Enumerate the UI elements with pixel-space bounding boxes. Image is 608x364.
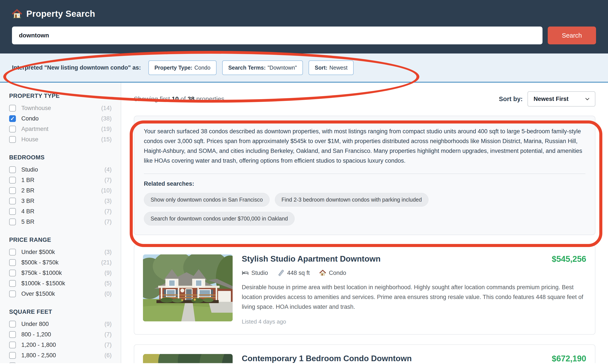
filter-option-house[interactable]: House (15) [9, 134, 112, 145]
filter-label[interactable]: Condo [21, 115, 39, 122]
checkbox-icon[interactable] [9, 290, 16, 297]
checkbox-icon[interactable] [9, 187, 16, 194]
filter-option-apartment[interactable]: Apartment (19) [9, 124, 112, 134]
filter-option-studio[interactable]: Studio (4) [9, 164, 112, 175]
interpretation-chip-search-terms: Search Terms: "Downtown" [222, 60, 303, 75]
filter-option-500k-750k[interactable]: $500k - $750k (21) [9, 257, 112, 268]
checkbox-icon[interactable] [9, 363, 16, 363]
filter-label[interactable]: 4 BR [21, 208, 34, 215]
filter-label[interactable]: Over $1500k [21, 290, 55, 297]
filter-label[interactable]: Under 800 [21, 321, 49, 327]
checkbox-icon[interactable] [9, 321, 16, 327]
property-card-body: Stylish Studio Apartment Downtown $545,2… [242, 254, 586, 325]
sort-selected-value: Newest First [534, 96, 569, 103]
filter-label[interactable]: Studio [21, 166, 38, 173]
modern-house-photo [143, 354, 233, 363]
filter-label[interactable]: Apartment [21, 126, 49, 132]
checkbox-icon[interactable] [9, 105, 16, 112]
checkbox-icon[interactable] [9, 342, 16, 348]
filter-label[interactable]: $500k - $750k [21, 259, 58, 266]
checkbox-icon[interactable] [9, 208, 16, 215]
chevron-down-icon [584, 96, 590, 102]
filter-section-title: PROPERTY TYPE [9, 93, 112, 99]
filter-option-1br[interactable]: 1 BR (7) [9, 175, 112, 185]
results-header: Showing first 10 of 38 properties Sort b… [134, 91, 595, 106]
type-meta: Condo [319, 269, 346, 276]
filter-count: (7) [105, 331, 112, 338]
interpretation-label: Interpreted "New listing downtown condo"… [12, 64, 141, 71]
filter-label[interactable]: House [21, 136, 38, 143]
filter-count: (7) [105, 342, 112, 348]
filter-count: (9) [105, 321, 112, 327]
interpretation-chips: Property Type: Condo Search Terms: "Down… [149, 60, 354, 75]
filter-option-5br[interactable]: 5 BR (7) [9, 217, 112, 227]
beds-meta: Studio [242, 269, 268, 276]
filter-label[interactable]: $1000k - $1500k [21, 280, 65, 287]
divider [144, 173, 585, 174]
checkbox-icon[interactable] [9, 352, 16, 359]
related-search-chip[interactable]: Show only downtown condos in San Francis… [144, 193, 270, 207]
filter-label[interactable]: 1,800 - 2,500 [21, 352, 56, 359]
filter-option-over-1500k[interactable]: Over $1500k (0) [9, 288, 112, 299]
checkbox-icon[interactable] [9, 270, 16, 276]
checkbox-checked-icon[interactable] [9, 115, 16, 122]
filter-count: (4) [105, 166, 112, 173]
filter-option-3br[interactable]: 3 BR (3) [9, 196, 112, 206]
property-title[interactable]: Stylish Studio Apartment Downtown [242, 254, 381, 263]
checkbox-icon[interactable] [9, 136, 16, 143]
property-listed-date: Listed 4 days ago [242, 318, 586, 325]
related-search-chip[interactable]: Search for downtown condos under $700,00… [144, 212, 295, 225]
property-title[interactable]: Contemporary 1 Bedroom Condo Downtown [242, 354, 412, 363]
property-card[interactable]: Stylish Studio Apartment Downtown $545,2… [134, 245, 595, 335]
checkbox-icon[interactable] [9, 280, 16, 287]
filter-label[interactable]: $750k - $1000k [21, 270, 62, 276]
filter-label[interactable]: 2 BR [21, 187, 34, 194]
filter-label[interactable]: 5 BR [21, 219, 34, 225]
filter-option-1000k-1500k[interactable]: $1000k - $1500k (5) [9, 278, 112, 288]
filter-option-750k-1000k[interactable]: $750k - $1000k (9) [9, 268, 112, 278]
house-icon [12, 9, 22, 19]
filter-count: (5) [105, 280, 112, 287]
chip-key: Sort: [315, 65, 327, 71]
filter-option-townhouse[interactable]: Townhouse (14) [9, 103, 112, 113]
filter-count: (7) [105, 177, 112, 183]
filter-label[interactable]: Townhouse [21, 105, 51, 112]
checkbox-icon[interactable] [9, 166, 16, 173]
sqft-meta: 448 sq ft [278, 269, 310, 276]
filter-option-4br[interactable]: 4 BR (7) [9, 206, 112, 217]
property-price: $545,256 [552, 254, 586, 264]
checkbox-icon[interactable] [9, 177, 16, 183]
filter-label[interactable]: 1,200 - 1,800 [21, 342, 56, 348]
filter-label[interactable]: Over 2,500 [21, 363, 51, 363]
checkbox-icon[interactable] [9, 259, 16, 266]
search-input[interactable] [12, 26, 542, 44]
content-layout: PROPERTY TYPE Townhouse (14) Condo (38) … [0, 83, 608, 363]
filter-label[interactable]: 3 BR [21, 198, 34, 204]
checkbox-icon[interactable] [9, 198, 16, 204]
property-photo[interactable] [143, 254, 233, 321]
checkbox-icon[interactable] [9, 331, 16, 338]
filter-section-price-range: PRICE RANGE Under $500k (3) $500k - $750… [9, 237, 112, 299]
bed-icon [242, 269, 249, 276]
filter-option-1200-1800[interactable]: 1,200 - 1,800 (7) [9, 340, 112, 350]
sort-select[interactable]: Newest First [527, 91, 595, 106]
filter-option-1800-2500[interactable]: 1,800 - 2,500 (6) [9, 350, 112, 361]
property-card[interactable]: Contemporary 1 Bedroom Condo Downtown $6… [134, 344, 595, 363]
checkbox-icon[interactable] [9, 219, 16, 225]
filter-option-condo[interactable]: Condo (38) [9, 113, 112, 124]
filter-option-2br[interactable]: 2 BR (10) [9, 185, 112, 196]
filter-label[interactable]: 1 BR [21, 177, 34, 183]
filter-option-under-500k[interactable]: Under $500k (3) [9, 247, 112, 257]
ruler-icon [278, 269, 285, 276]
property-photo[interactable] [143, 354, 233, 363]
results-count-text: Showing first 10 of 38 properties [134, 95, 224, 103]
filter-label[interactable]: Under $500k [21, 249, 55, 256]
checkbox-icon[interactable] [9, 126, 16, 132]
filter-option-under-800[interactable]: Under 800 (9) [9, 319, 112, 329]
filter-option-over-2500[interactable]: Over 2,500 (9) [9, 361, 112, 363]
related-search-chip[interactable]: Find 2-3 bedroom downtown condos with pa… [275, 193, 429, 207]
search-button[interactable]: Search [548, 26, 596, 44]
filter-label[interactable]: 800 - 1,200 [21, 331, 51, 338]
filter-option-800-1200[interactable]: 800 - 1,200 (7) [9, 329, 112, 340]
checkbox-icon[interactable] [9, 249, 16, 256]
